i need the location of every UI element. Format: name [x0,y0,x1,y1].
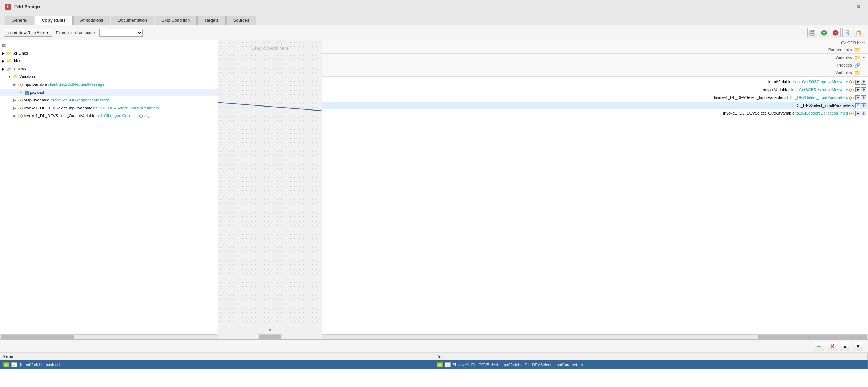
r-invoke1-output-plus[interactable]: + [861,111,866,116]
insert-rule-button[interactable]: Insert New Rule After ▼ [4,29,52,37]
right-variables-label: Variables [836,55,852,60]
move-up-button[interactable]: ▲ [840,342,850,351]
r-input-expand-icon[interactable]: ▶ [855,80,860,85]
tab-targets[interactable]: Targets [197,16,225,25]
left-scrollbar-h[interactable] [0,334,218,339]
right-invoke1-output[interactable]: Invoke1_DL_DEVSelect_OutputVariable ns1:… [322,109,868,117]
r-x-icon2: (x) [849,87,854,93]
close-button[interactable]: ✕ [854,3,863,11]
r-input-var-label: inputVariable [768,79,791,85]
svg-rect-16 [857,31,859,32]
r-invoke1-output-expand[interactable]: ▶ [855,111,860,116]
r-output-plus-icon[interactable]: + [861,87,866,92]
left-invoke1-output[interactable]: ▶ (x) Invoke1_DL_DEVSelect_OutputVariabl… [0,112,218,120]
svg-rect-15 [857,31,860,35]
r-output-expand-icon[interactable]: ▶ [855,87,860,92]
bottom-section: + ✕ ▲ ▼ From To ▤ ≡ $inputVariable.paylo… [0,339,868,387]
svg-rect-2 [811,33,812,34]
right-dl-devselect[interactable]: DL_DEVSelect_inputParameters ≡ + [322,102,868,110]
delete-red-icon: × [833,30,839,36]
title-bar: E Edit Assign ✕ [0,0,868,13]
right-header-getSOB: GetSOB.bpel [322,40,868,46]
r-invoke1-minus-icon[interactable]: − [855,95,860,100]
r-output-var-type: client:GetSOBResponseMessage [788,87,848,93]
process-icon: 🔗 [7,67,12,71]
left-tree-area[interactable]: pel ▶ 📁 .er Links ▶ 📁 .bles ▶ 🔗 [0,40,218,334]
add-green-icon: + [821,30,827,36]
paste-icon [856,30,862,36]
right-variables2-minus: − [863,71,865,75]
calc-icon-button[interactable] [807,28,817,37]
left-invoke1-input[interactable]: ▶ (x) Invoke1_DL_DEVSelect_InputVariable… [0,104,218,112]
right-process-minus: − [863,63,865,67]
svg-rect-3 [812,33,813,34]
main-content: pel ▶ 📁 .er Links ▶ 📁 .bles ▶ 🔗 [0,40,868,339]
left-input-variable[interactable]: ▶ (x) inputVariable client:GetSOBRequest… [0,81,218,89]
var-icon2: ▶ [13,98,16,102]
expr-language-select[interactable] [99,29,143,37]
left-output-variable[interactable]: ▶ (x) outputVariable client:GetSOBRespon… [0,96,218,104]
process-label: -rocess [13,67,26,71]
r-input-plus-icon[interactable]: + [861,80,866,85]
tab-general[interactable]: General [5,16,34,25]
drag-hint: Drag objects here [252,45,289,51]
to-cell[interactable]: ▤ ≡ $Invoke1_DL_DEVSelect_InputVariable.… [434,360,868,369]
left-variables-top[interactable]: ▶ 📁 .bles [0,57,218,65]
svg-rect-4 [813,33,814,34]
add-rule-button[interactable]: + [819,28,829,37]
toolbar-icons: + × [807,28,864,37]
title-bar-left: E Edit Assign [5,4,40,10]
svg-text:×: × [834,30,837,35]
var-icon3: ▶ [13,106,16,110]
tab-copy-rules[interactable]: Copy Rules [35,16,73,25]
r-x-icon1: (x) [849,79,854,85]
delete-row-button[interactable]: ✕ [827,342,837,351]
r-invoke1-output-type: ns1:GlLedgersCollection_msg [795,110,848,117]
calc-icon [809,30,815,36]
invoke1-output-type: ns1:GlLedgersCollection_msg [96,113,150,118]
from-header: From [0,353,434,360]
from-cell[interactable]: ▤ ≡ $inputVariable.payload [0,360,434,369]
r-dl-devselect-sheet-icon[interactable]: ≡ [855,103,860,108]
x-icon2: (x) [18,98,23,102]
r-dl-devselect-plus-icon[interactable]: + [861,103,866,108]
x-icon1: (x) [18,83,23,87]
tab-sources[interactable]: Sources [226,16,256,25]
move-down-button[interactable]: ▼ [853,342,863,351]
copy-rule-button[interactable] [842,28,852,37]
r-x-icon4: (x) [849,111,854,116]
tab-annotations[interactable]: Annotations [73,16,110,25]
partner-links-label: .er Links [13,51,28,55]
left-partner-links[interactable]: ▶ 📁 .er Links [0,49,218,57]
from-cell-value: $inputVariable.payload [19,363,60,367]
right-tree-area[interactable]: inputVariable client:GetSOBRequestMessag… [322,77,868,334]
paste-rule-button[interactable] [854,28,864,37]
svg-text:+: + [823,30,825,35]
table-row-0[interactable]: ▤ ≡ $inputVariable.payload ▤ ≡ $Invoke1_… [0,360,868,369]
folder-icon2: 📁 [7,59,12,63]
r-invoke1-output-icons: ▶ + [855,111,866,116]
down-icon: ▼ [856,344,860,349]
to-cell-icon: ▤ [437,362,443,367]
right-scroll-thumb [758,335,867,339]
r-invoke1-input-type: ns1:DL_DEVSelect_inputParameters [782,95,848,101]
right-invoke1-input[interactable]: Invoke1_DL_DEVSelect_InputVariable ns1:D… [322,94,868,102]
right-variables-folder-icon: 📁 [854,55,860,60]
left-variables-sub[interactable]: ▼ 📁 Variables [0,73,218,81]
left-process[interactable]: ▶ 🔗 -rocess [0,65,218,73]
right-scrollbar-h[interactable] [322,334,868,339]
r-invoke1-plus-icon[interactable]: + [861,95,866,100]
delete-rule-button[interactable]: × [831,28,841,37]
left-payload[interactable]: ▼ □ payload [0,89,218,97]
variables-top-label: .bles [13,59,21,63]
tab-skip-condition[interactable]: Skip Condition [155,16,197,25]
r-x-icon3: (x) [849,95,854,101]
middle-scrollbar-h[interactable] [258,334,282,339]
right-output-variable[interactable]: outputVariable client:GetSOBResponseMess… [322,86,868,94]
add-row-button[interactable]: + [814,342,824,351]
connection-svg [218,40,322,326]
var-icon1: ▶ [13,83,16,87]
tab-documentation[interactable]: Documentation [111,16,154,25]
right-input-variable[interactable]: inputVariable client:GetSOBRequestMessag… [322,78,868,86]
canvas-area[interactable]: Drag objects here [218,40,322,326]
